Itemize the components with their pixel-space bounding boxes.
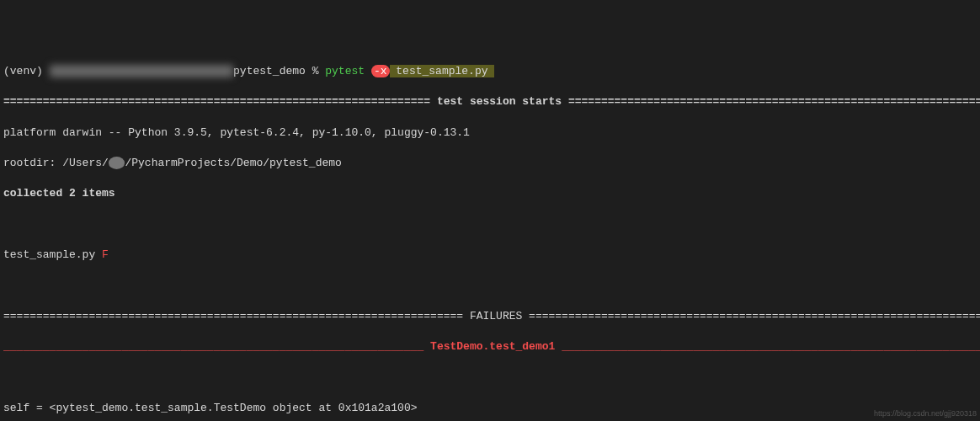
prompt-line: (venv) ████████████████████████████pytes… (3, 64, 977, 79)
cmd-file: test_sample.py (390, 65, 495, 77)
cmd-pytest: pytest (325, 65, 365, 77)
watermark: https://blog.csdn.net/gjj920318 (874, 408, 977, 419)
blurred-user: ████████████████████████████ (50, 65, 233, 77)
path-part: pytest_demo % (233, 65, 325, 77)
platform-line: platform darwin -- Python 3.9.5, pytest-… (3, 125, 977, 141)
self-line: self = <pytest_demo.test_sample.TestDemo… (3, 401, 977, 416)
fail-marker: F (102, 248, 109, 261)
venv-label: (venv) (3, 65, 50, 77)
avatar-dot: ██ (109, 157, 125, 169)
collected-line: collected 2 items (3, 186, 977, 201)
session-header: ========================================… (3, 94, 977, 109)
failures-subheader: ________________________________________… (3, 339, 977, 354)
flag-x: -x (371, 65, 390, 77)
failures-header: ========================================… (3, 309, 977, 324)
rootdir-line: rootdir: /Users/██/PycharmProjects/Demo/… (3, 156, 977, 171)
test-file-line: test_sample.py F (3, 248, 977, 263)
